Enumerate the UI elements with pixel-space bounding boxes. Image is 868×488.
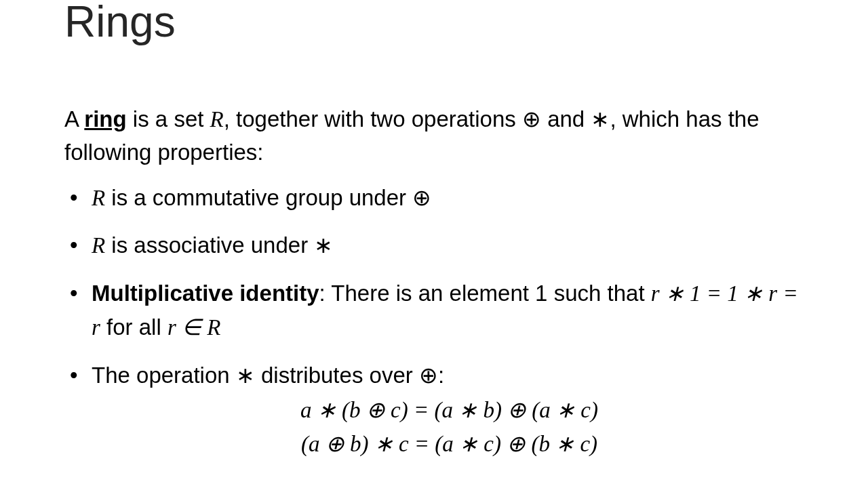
properties-list: R is a commutative group under ⊕ R is as… <box>64 181 807 462</box>
def-term: ring <box>84 106 126 131</box>
def-mid3: and <box>541 106 591 131</box>
definition-paragraph: A ring is a set R, together with two ope… <box>64 103 807 169</box>
b3-forall: for all <box>100 314 167 340</box>
b2-R: R <box>92 233 105 258</box>
def-mid2: , together with two operations <box>224 106 522 131</box>
list-item: The operation ∗ distributes over ⊕: a ∗ … <box>64 359 807 462</box>
def-mid1: is a set <box>127 106 210 131</box>
list-item: Multiplicative identity: There is an ele… <box>64 277 807 345</box>
ast-icon: ∗ <box>236 363 255 388</box>
distributive-equations: a ∗ (b ⊕ c) = (a ∗ b) ⊕ (a ∗ c) (a ⊕ b) … <box>92 394 807 461</box>
eq-line-1: a ∗ (b ⊕ c) = (a ∗ b) ⊕ (a ∗ c) <box>92 394 807 428</box>
b4-mid: distributes over <box>255 363 419 388</box>
slide-title: Rings <box>64 0 807 43</box>
def-pre: A <box>64 106 84 131</box>
b4-pre: The operation <box>92 363 236 388</box>
list-item: R is associative under ∗ <box>64 228 807 263</box>
b4-colon: : <box>438 363 444 388</box>
list-item: R is a commutative group under ⊕ <box>64 181 807 216</box>
def-set-R: R <box>210 107 224 131</box>
b3-colon: : There is an element 1 such that <box>319 281 651 306</box>
ast-icon: ∗ <box>591 107 610 131</box>
b1-R: R <box>92 186 105 210</box>
eq-line-2: (a ⊕ b) ∗ c = (a ∗ c) ⊕ (b ∗ c) <box>92 428 807 462</box>
b3-rinR: r ∈ R <box>167 315 221 340</box>
ast-icon: ∗ <box>314 233 333 258</box>
oplus-icon: ⊕ <box>412 185 431 210</box>
oplus-icon: ⊕ <box>419 363 438 388</box>
b3-head: Multiplicative identity <box>92 281 319 306</box>
slide-body: A ring is a set R, together with two ope… <box>64 103 807 461</box>
b2-text: is associative under <box>105 232 314 258</box>
b1-text: is a commutative group under <box>105 185 412 210</box>
oplus-icon: ⊕ <box>522 106 541 131</box>
slide: Rings A ring is a set R, together with t… <box>0 0 868 488</box>
